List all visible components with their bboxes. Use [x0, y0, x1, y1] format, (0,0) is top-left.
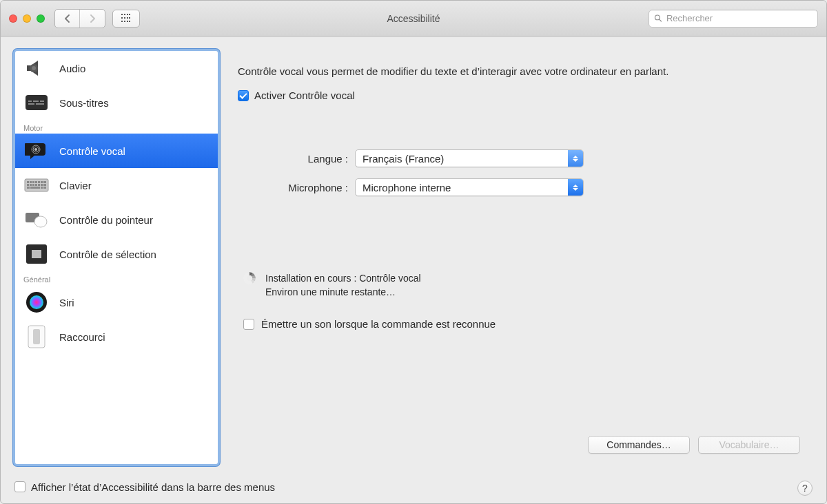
description-text: Contrôle vocal vous permet de modifier d…: [238, 64, 800, 78]
keyboard-icon: [23, 174, 50, 196]
spinner-icon: [243, 272, 256, 284]
microphone-row: Microphone : Microphone interne: [238, 178, 800, 196]
svg-rect-6: [33, 101, 39, 102]
sidebar-item-label: Contrôle de sélection: [59, 249, 156, 260]
back-button[interactable]: [55, 10, 80, 28]
enable-checkbox[interactable]: [238, 90, 249, 101]
sidebar-item-audio[interactable]: Audio: [15, 51, 218, 85]
language-value: Français (France): [356, 153, 451, 165]
siri-icon: [23, 291, 50, 313]
svg-rect-31: [43, 187, 46, 189]
svg-point-12: [34, 148, 37, 151]
button-row: Commandes… Vocabulaire…: [588, 436, 800, 454]
subtitles-icon: [23, 92, 50, 114]
play-sound-label: Émettre un son lorsque la commande est r…: [261, 318, 496, 330]
sidebar-item-siri[interactable]: Siri: [15, 285, 218, 319]
sidebar-item-keyboard[interactable]: Clavier: [15, 168, 218, 202]
search-input[interactable]: [666, 13, 813, 23]
switch-control-icon: [23, 243, 50, 265]
svg-rect-19: [41, 181, 43, 183]
svg-rect-20: [43, 181, 46, 183]
svg-rect-35: [32, 250, 41, 258]
install-line2: Environ une minute restante…: [265, 286, 421, 300]
svg-rect-30: [41, 187, 43, 189]
close-window-button[interactable]: [9, 14, 17, 23]
sidebar-item-label: Audio: [59, 63, 85, 74]
commands-button[interactable]: Commandes…: [588, 436, 690, 454]
sidebar: Audio Sous-titres Motor Contrôle vocal: [13, 49, 220, 466]
sidebar-item-shortcut[interactable]: Raccourci: [15, 319, 218, 354]
vocabulary-button: Vocabulaire…: [698, 436, 800, 454]
titlebar: Accessibilité: [1, 1, 826, 36]
language-label: Langue :: [238, 153, 348, 165]
sidebar-item-voice-control[interactable]: Contrôle vocal: [15, 134, 218, 168]
svg-rect-23: [32, 184, 34, 186]
svg-rect-4: [25, 95, 48, 110]
install-progress: Installation en cours : Contrôle vocal E…: [243, 272, 800, 299]
window-controls: [9, 14, 45, 23]
sidebar-header-motor: Motor: [15, 120, 218, 134]
microphone-label: Microphone :: [238, 182, 348, 193]
sidebar-item-subtitles[interactable]: Sous-titres: [15, 85, 218, 120]
grid-icon: [121, 14, 131, 23]
microphone-select[interactable]: Microphone interne: [355, 178, 584, 196]
install-line1: Installation en cours : Contrôle vocal: [265, 272, 421, 286]
enable-label: Activer Contrôle vocal: [254, 90, 355, 101]
svg-rect-16: [32, 181, 34, 183]
sidebar-item-label: Contrôle vocal: [59, 145, 125, 157]
svg-rect-17: [35, 181, 37, 183]
enable-voice-control-row[interactable]: Activer Contrôle vocal: [238, 90, 800, 101]
sidebar-item-label: Clavier: [59, 180, 92, 191]
sidebar-item-label: Raccourci: [59, 331, 105, 343]
svg-rect-8: [28, 103, 34, 105]
svg-point-33: [34, 216, 47, 227]
svg-rect-9: [36, 103, 44, 105]
stepper-arrows-icon: [568, 179, 583, 196]
svg-rect-27: [43, 184, 46, 186]
sidebar-item-label: Sous-titres: [59, 97, 109, 109]
show-status-checkbox[interactable]: [14, 481, 25, 492]
sidebar-item-pointer[interactable]: Contrôle du pointeur: [15, 202, 218, 237]
pointer-icon: [23, 209, 50, 231]
speaker-icon: [23, 57, 50, 79]
svg-rect-24: [35, 184, 37, 186]
svg-rect-15: [30, 181, 32, 183]
svg-point-0: [655, 15, 660, 20]
svg-line-1: [660, 19, 662, 21]
voice-control-icon: [23, 140, 50, 162]
content-area: Audio Sous-titres Motor Contrôle vocal: [1, 36, 826, 473]
language-select[interactable]: Français (France): [355, 149, 584, 167]
svg-rect-25: [38, 184, 40, 186]
main-panel: Contrôle vocal vous permet de modifier d…: [232, 49, 814, 466]
navigation-segment: [54, 9, 105, 28]
forward-button[interactable]: [80, 10, 105, 28]
svg-rect-39: [33, 329, 40, 344]
sidebar-item-switch[interactable]: Contrôle de sélection: [15, 237, 218, 271]
language-row: Langue : Français (France): [238, 149, 800, 167]
svg-rect-5: [28, 101, 32, 102]
svg-rect-22: [30, 184, 32, 186]
sidebar-item-label: Contrôle du pointeur: [59, 214, 153, 226]
play-sound-checkbox[interactable]: [243, 319, 254, 330]
help-button[interactable]: ?: [797, 481, 813, 496]
svg-rect-7: [40, 101, 44, 102]
svg-point-3: [32, 66, 36, 70]
search-field[interactable]: [649, 10, 818, 28]
search-icon: [654, 14, 662, 23]
svg-rect-14: [27, 181, 29, 183]
svg-rect-18: [38, 181, 40, 183]
minimize-window-button[interactable]: [23, 14, 31, 23]
show-all-button[interactable]: [112, 10, 140, 28]
svg-rect-29: [30, 187, 40, 189]
show-status-label: Afficher l’état d’Accessibilité dans la …: [31, 481, 275, 493]
svg-point-37: [30, 295, 43, 309]
bottom-bar: Afficher l’état d’Accessibilité dans la …: [1, 473, 826, 503]
svg-rect-26: [41, 184, 43, 186]
shortcut-icon: [23, 326, 50, 348]
show-status-row[interactable]: Afficher l’état d’Accessibilité dans la …: [14, 481, 275, 493]
svg-rect-21: [27, 184, 29, 186]
zoom-window-button[interactable]: [37, 14, 45, 23]
play-sound-row[interactable]: Émettre un son lorsque la commande est r…: [243, 318, 800, 330]
preferences-window: Accessibilité Audio Sous-titres: [0, 0, 827, 504]
stepper-arrows-icon: [568, 150, 583, 167]
